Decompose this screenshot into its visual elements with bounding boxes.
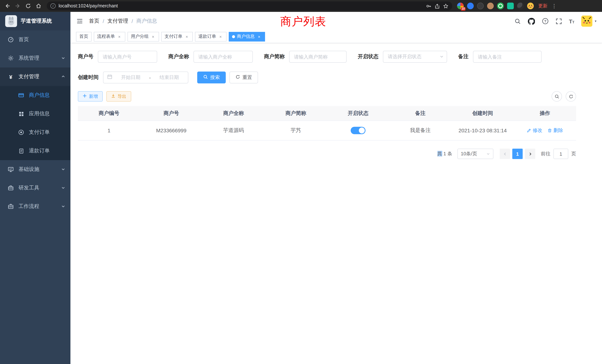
field-merchant-no: 商户号 xyxy=(78,51,157,63)
sidebar-item-infrastructure[interactable]: 基础设施 xyxy=(0,160,70,179)
tag-pay-order[interactable]: 支付订单 × xyxy=(161,32,193,41)
refresh-icon xyxy=(235,75,240,80)
chrome-update-button[interactable]: 更新 xyxy=(538,3,548,9)
export-button[interactable]: 导出 xyxy=(106,91,131,102)
col-header: 商户全称 xyxy=(202,106,265,120)
forward-icon[interactable] xyxy=(13,1,23,11)
search-form-row-2: 创建时间 开始日期 - 结束日期 搜索 xyxy=(78,72,595,83)
logo-image xyxy=(5,15,17,27)
close-icon[interactable]: × xyxy=(150,34,156,39)
bookmark-star-icon[interactable] xyxy=(443,3,449,9)
sidebar-item-merchant-info[interactable]: 商户信息 xyxy=(0,86,70,105)
sidebar-item-pay-order[interactable]: 支付订单 xyxy=(0,123,70,142)
extension-icon-5[interactable] xyxy=(495,1,505,11)
close-icon[interactable]: × xyxy=(184,34,189,39)
page-size-select[interactable]: 10条/页 xyxy=(457,149,493,159)
reset-button[interactable]: 重置 xyxy=(229,72,258,83)
profile-avatar-icon[interactable] xyxy=(525,1,535,11)
breadcrumb-payment[interactable]: 支付管理 xyxy=(108,18,128,24)
tag-user-group[interactable]: 用户分组 × xyxy=(128,32,159,41)
delete-link[interactable]: 删除 xyxy=(548,127,563,134)
field-label: 备注 xyxy=(458,53,469,60)
toggle-search-icon[interactable] xyxy=(552,91,562,102)
goto-page-input[interactable] xyxy=(553,149,568,159)
active-dot xyxy=(232,35,235,38)
download-icon xyxy=(111,94,115,99)
yen-icon: ¥ xyxy=(7,74,14,80)
remark-input[interactable] xyxy=(473,51,542,63)
field-label: 商户号 xyxy=(78,53,93,60)
hamburger-icon[interactable] xyxy=(76,17,83,25)
short-name-input[interactable] xyxy=(289,51,347,63)
github-icon[interactable] xyxy=(528,18,535,25)
col-header: 商户编号 xyxy=(78,106,140,120)
user-avatar[interactable] xyxy=(581,16,592,27)
tag-refund-order[interactable]: 退款订单 × xyxy=(195,32,226,41)
close-icon[interactable]: × xyxy=(218,34,223,39)
field-create-time: 创建时间 开始日期 - 结束日期 xyxy=(78,72,188,83)
chrome-menu-icon[interactable]: ⋮ xyxy=(550,3,558,9)
back-icon[interactable] xyxy=(2,1,13,11)
svg-text:?: ? xyxy=(544,19,546,23)
address-bar[interactable]: i localhost:1024/pay/merchant xyxy=(47,1,452,10)
status-toggle[interactable] xyxy=(351,127,366,134)
extension-icon-4[interactable] xyxy=(485,1,495,11)
fullscreen-icon[interactable] xyxy=(556,18,562,24)
page-1-button[interactable]: 1 xyxy=(512,149,523,159)
sidebar-item-label: 支付管理 xyxy=(19,73,39,80)
pagination: 共 1 条 10条/页 1 前往 页 xyxy=(78,149,576,159)
toolbox-icon xyxy=(7,185,14,191)
calendar-icon xyxy=(107,74,112,81)
prev-page-button[interactable] xyxy=(500,149,510,159)
sidebar-item-system[interactable]: 系统管理 xyxy=(0,49,70,67)
search-button[interactable]: 搜索 xyxy=(197,72,226,83)
app-title: 芋道管理系统 xyxy=(21,18,52,24)
extension-icon-6[interactable] xyxy=(505,1,515,11)
next-page-button[interactable] xyxy=(525,149,535,159)
reload-icon[interactable] xyxy=(23,1,33,11)
col-header: 开启状态 xyxy=(327,106,389,120)
selected-text: 共 xyxy=(437,151,442,156)
tag-process-form[interactable]: 流程表单 × xyxy=(94,32,125,41)
tag-merchant-info[interactable]: 商户信息 × xyxy=(229,32,265,41)
page-info-icon[interactable]: i xyxy=(50,3,56,9)
date-separator: - xyxy=(149,75,151,80)
sidebar-item-label: 工作流程 xyxy=(19,203,39,210)
field-remark: 备注 xyxy=(458,51,542,63)
help-icon[interactable]: ? xyxy=(542,18,549,24)
sidebar-item-workflow[interactable]: 工作流程 xyxy=(0,197,70,216)
app-logo[interactable]: 芋道管理系统 xyxy=(0,12,70,30)
full-name-input[interactable] xyxy=(194,51,253,63)
close-icon[interactable]: × xyxy=(257,34,262,39)
edit-link[interactable]: 修改 xyxy=(527,127,542,134)
sidebar-item-refund-order[interactable]: 退款订单 xyxy=(0,142,70,160)
user-menu[interactable]: ▾ xyxy=(581,16,596,27)
briefcase-icon xyxy=(7,203,14,209)
sidebar-item-home[interactable]: 首页 xyxy=(0,30,70,49)
merchant-no-input[interactable] xyxy=(98,51,157,63)
date-range-picker[interactable]: 开始日期 - 结束日期 xyxy=(103,72,188,83)
table-header: 商户编号 商户号 商户全称 商户简称 开启状态 备注 创建时间 操作 xyxy=(78,106,576,121)
font-size-icon[interactable]: TT xyxy=(569,18,574,24)
breadcrumb-home[interactable]: 首页 xyxy=(89,18,99,24)
extension-icon-1[interactable]: 10 xyxy=(455,1,465,11)
search-icon[interactable] xyxy=(515,18,521,24)
close-icon[interactable]: × xyxy=(117,34,122,39)
chevron-down-icon xyxy=(61,185,65,191)
add-button[interactable]: 新增 xyxy=(78,91,103,102)
status-select[interactable]: 请选择开启状态 xyxy=(383,51,447,63)
refresh-table-icon[interactable] xyxy=(566,91,576,102)
home-icon[interactable] xyxy=(33,1,44,11)
sidebar-item-app-info[interactable]: 应用信息 xyxy=(0,105,70,123)
tag-home[interactable]: 首页 xyxy=(76,32,92,41)
sidebar-item-payment[interactable]: ¥ 支付管理 xyxy=(0,67,70,86)
share-icon[interactable] xyxy=(434,3,440,9)
screen: i localhost:1024/pay/merchant 10 更新 xyxy=(0,0,602,364)
password-key-icon[interactable] xyxy=(426,3,431,9)
sidebar-item-dev-tools[interactable]: 研发工具 xyxy=(0,179,70,197)
extension-icon-7[interactable] xyxy=(515,1,525,11)
extension-icon-3[interactable] xyxy=(475,1,485,11)
extension-icon-2[interactable] xyxy=(465,1,475,11)
field-status: 开启状态 请选择开启状态 xyxy=(358,51,447,63)
grid-icon xyxy=(18,111,24,117)
